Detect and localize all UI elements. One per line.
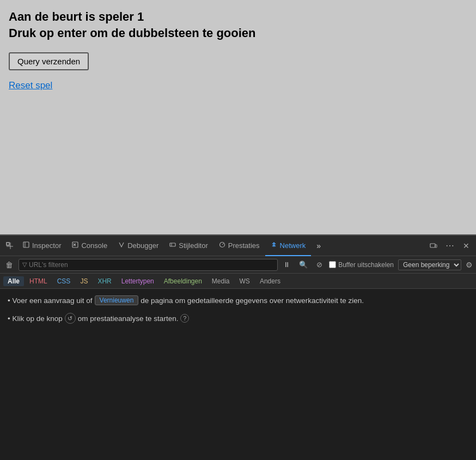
tab-network-label: Netwerk bbox=[280, 241, 306, 250]
svg-rect-0 bbox=[7, 243, 9, 245]
pause-recording-button[interactable]: ⏸ bbox=[281, 259, 292, 270]
style-editor-icon bbox=[169, 241, 176, 250]
vernieuwen-button[interactable]: Vernieuwen bbox=[95, 295, 139, 305]
buffer-label: Buffer uitschakelen bbox=[338, 261, 394, 269]
game-instruction-line2: Druk op enter om de dubbelsteen te gooie… bbox=[9, 26, 467, 40]
info-line2-prefix: • Klik op de knop bbox=[8, 314, 63, 323]
query-verzenden-button[interactable]: Query verzenden bbox=[9, 52, 89, 70]
clear-requests-button[interactable]: 🗑 bbox=[3, 259, 15, 270]
devtools-content: • Voer een aanvraag uit of Vernieuwen de… bbox=[0, 289, 476, 460]
network-settings-button[interactable]: ⚙ bbox=[466, 261, 473, 269]
tab-inspector-label: Inspector bbox=[32, 241, 61, 250]
debugger-icon bbox=[118, 241, 125, 250]
filter-tab-fonts[interactable]: Lettertypen bbox=[117, 276, 158, 286]
responsive-design-button[interactable] bbox=[426, 238, 441, 253]
tab-network[interactable]: Netwerk bbox=[265, 235, 312, 256]
options-icon: ⋯ bbox=[446, 240, 454, 251]
filter-tab-js[interactable]: JS bbox=[76, 276, 92, 286]
tab-debugger-label: Debugger bbox=[127, 241, 158, 250]
tab-style-editor-label: Stijleditor bbox=[179, 241, 208, 250]
options-button[interactable]: ⋯ bbox=[442, 238, 457, 253]
svg-line-11 bbox=[222, 243, 224, 245]
info-line-1: • Voer een aanvraag uit of Vernieuwen de… bbox=[8, 295, 468, 305]
devtools-panel: Inspector Console Debugger bbox=[0, 234, 476, 460]
network-icon bbox=[271, 241, 277, 250]
help-icon[interactable]: ? bbox=[180, 314, 189, 323]
disable-cache-label[interactable]: Buffer uitschakelen bbox=[329, 261, 394, 269]
info-line1-prefix: • Voer een aanvraag uit of bbox=[8, 296, 93, 305]
throttle-select[interactable]: Geen beperking GPRS Regulier 2G Goed 2G … bbox=[398, 259, 461, 270]
filter-tab-css[interactable]: CSS bbox=[53, 276, 75, 286]
game-status-line1: Aan de beurt is speler 1 bbox=[9, 10, 467, 24]
filter-funnel-icon: ▽ bbox=[22, 261, 27, 268]
main-content: Aan de beurt is speler 1 Druk op enter o… bbox=[0, 0, 476, 234]
filter-tab-xhr[interactable]: XHR bbox=[93, 276, 115, 286]
svg-rect-5 bbox=[72, 242, 78, 247]
filter-tab-images[interactable]: Afbeeldingen bbox=[160, 276, 206, 286]
search-button[interactable]: 🔍 bbox=[297, 259, 310, 270]
info-line2-suffix: om prestatieanalyse te starten. bbox=[78, 314, 179, 323]
tab-console[interactable]: Console bbox=[66, 235, 113, 256]
inspector-icon bbox=[23, 241, 29, 250]
performance-icon bbox=[219, 241, 225, 250]
info-line1-suffix: de pagina om gedetailleerde gegevens ove… bbox=[141, 296, 364, 305]
svg-rect-8 bbox=[170, 243, 175, 246]
tab-style-editor[interactable]: Stijleditor bbox=[164, 235, 213, 256]
toolbar-right-icons: ⋯ ✕ bbox=[426, 238, 474, 253]
url-filter-container: ▽ bbox=[19, 259, 278, 271]
picker-button[interactable] bbox=[2, 238, 17, 253]
filter-tab-ws[interactable]: WS bbox=[235, 276, 254, 286]
block-url-button[interactable]: ⊘ bbox=[314, 259, 325, 270]
devtools-toolbar: Inspector Console Debugger bbox=[0, 235, 476, 256]
svg-rect-13 bbox=[430, 244, 435, 247]
info-line-2: • Klik op de knop ↺ om prestatieanalyse … bbox=[8, 313, 468, 324]
filter-tabs: Alle HTML CSS JS XHR Lettertypen Afbeeld… bbox=[0, 274, 476, 289]
tab-performance-label: Prestaties bbox=[228, 241, 260, 250]
close-icon: ✕ bbox=[463, 241, 469, 250]
url-filter-input[interactable] bbox=[29, 261, 274, 269]
filter-tab-all[interactable]: Alle bbox=[3, 276, 24, 286]
more-tabs-button[interactable]: » bbox=[311, 238, 326, 253]
svg-rect-3 bbox=[23, 242, 29, 247]
tab-debugger[interactable]: Debugger bbox=[113, 235, 164, 256]
tab-inspector[interactable]: Inspector bbox=[17, 235, 66, 256]
reset-spel-link[interactable]: Reset spel bbox=[9, 80, 467, 91]
filter-actions: ⏸ 🔍 ⊘ Buffer uitschakelen Geen beperking… bbox=[281, 259, 473, 270]
performance-start-icon: ↺ bbox=[65, 313, 76, 324]
filter-tab-html[interactable]: HTML bbox=[25, 276, 52, 286]
filter-tab-other[interactable]: Anders bbox=[255, 276, 285, 286]
filter-tab-media[interactable]: Media bbox=[208, 276, 234, 286]
console-icon bbox=[72, 241, 78, 250]
tab-performance[interactable]: Prestaties bbox=[213, 235, 265, 256]
close-devtools-button[interactable]: ✕ bbox=[459, 238, 474, 253]
svg-rect-14 bbox=[435, 245, 437, 247]
disable-cache-checkbox[interactable] bbox=[329, 261, 336, 268]
filter-bar: 🗑 ▽ ⏸ 🔍 ⊘ Buffer uitschakelen Geen beper… bbox=[0, 256, 476, 274]
tab-console-label: Console bbox=[81, 241, 107, 250]
